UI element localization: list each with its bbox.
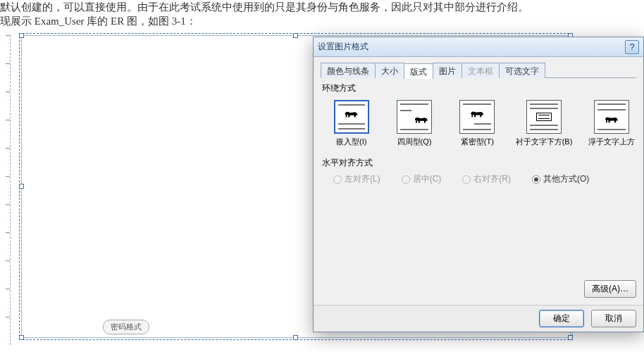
tab-size[interactable]: 大小 [375,63,404,78]
resize-handle-se[interactable] [568,335,573,340]
format-picture-dialog: 设置图片格式 ? 颜色与线条 大小 版式 图片 文本框 可选文字 环绕方式 嵌入… [313,37,644,332]
wrap-icon-behind [526,100,562,134]
wrap-option-front[interactable]: 浮于文字上方 [588,100,635,147]
radio-label-left: 左对齐(L) [345,173,380,185]
ok-button[interactable]: 确定 [539,310,584,327]
embedded-object-label: 密码格式 [103,320,149,334]
dialog-body: 颜色与线条 大小 版式 图片 文本框 可选文字 环绕方式 嵌入型(I) 四周型(… [314,57,643,305]
radio-align-left: 左对齐(L) [333,173,380,185]
dialog-title-text: 设置图片格式 [318,41,625,53]
wrap-caption-square: 四周型(Q) [397,137,432,147]
radio-dot-icon [333,175,342,184]
wrap-options-row: 嵌入型(I) 四周型(Q) 紧密型(T) 衬于文字下方(B) [321,97,636,153]
wrap-icon-tight [459,100,495,134]
tab-textbox: 文本框 [462,63,500,78]
radio-dot-icon [462,175,471,184]
tab-strip: 颜色与线条 大小 版式 图片 文本框 可选文字 [321,63,636,78]
vertical-guide [10,35,11,345]
align-group-label: 水平对齐方式 [322,157,636,169]
radio-align-center: 居中(C) [402,173,442,185]
resize-handle-w[interactable] [19,184,24,189]
wrap-caption-inline: 嵌入型(I) [336,137,366,147]
dialog-footer: 确定 取消 [314,305,643,332]
wrap-group-label: 环绕方式 [322,82,636,94]
tab-colors-lines[interactable]: 颜色与线条 [321,63,376,78]
resize-handle-sw[interactable] [19,335,24,340]
wrap-caption-tight: 紧密型(T) [461,137,494,147]
radio-align-other[interactable]: 其他方式(O) [532,173,589,185]
tab-alt-text[interactable]: 可选文字 [499,63,545,78]
advanced-row: 高级(A)… [321,277,636,301]
vertical-ruler-ticks [6,35,10,345]
resize-handle-nw[interactable] [19,33,24,38]
resize-handle-n[interactable] [293,33,298,38]
wrap-option-behind[interactable]: 衬于文字下方(B) [518,100,570,147]
dialog-help-button[interactable]: ? [625,40,639,54]
radio-label-center: 居中(C) [413,173,442,185]
radio-label-other: 其他方式(O) [543,173,589,185]
tab-picture[interactable]: 图片 [433,63,462,78]
tab-layout[interactable]: 版式 [404,63,433,79]
align-options-row: 左对齐(L) 居中(C) 右对齐(R) 其他方式(O) [321,172,636,188]
radio-dot-icon [532,175,540,184]
wrap-caption-front: 浮于文字上方 [588,137,635,147]
document-paragraph: 默认创建的，可以直接使用。由于在此考试系统中使用到的只是其身份与角色服务，因此只… [0,0,535,28]
wrap-icon-inline [334,100,369,134]
wrap-option-square[interactable]: 四周型(Q) [392,100,436,147]
wrap-icon-front [594,100,629,134]
wrap-option-tight[interactable]: 紧密型(T) [455,100,500,147]
radio-label-right: 右对齐(R) [473,173,511,185]
resize-handle-s[interactable] [293,335,298,340]
cancel-button[interactable]: 取消 [591,310,636,327]
dialog-titlebar[interactable]: 设置图片格式 ? [314,37,643,57]
advanced-button[interactable]: 高级(A)… [584,280,636,298]
wrap-option-inline[interactable]: 嵌入型(I) [329,100,373,147]
dialog-spacer [321,188,636,277]
radio-align-right: 右对齐(R) [462,173,511,185]
wrap-caption-behind: 衬于文字下方(B) [516,137,573,147]
wrap-icon-square [397,100,432,134]
radio-dot-icon [402,175,410,184]
